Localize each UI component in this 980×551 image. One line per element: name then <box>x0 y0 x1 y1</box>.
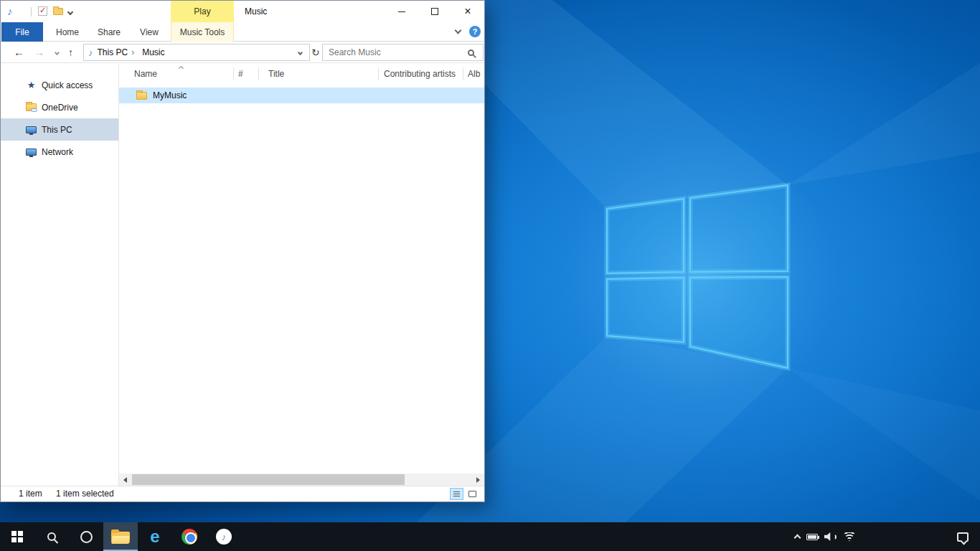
column-divider[interactable] <box>233 67 234 80</box>
title-bar[interactable]: ♪ Play Music × <box>1 1 484 22</box>
help-button[interactable]: ? <box>469 26 481 37</box>
file-list: Name # Title Contributing artists Alb My… <box>119 64 484 486</box>
view-toggle-buttons <box>450 488 479 500</box>
search-icon[interactable] <box>468 50 474 56</box>
details-view-icon <box>453 491 460 492</box>
logo-pane-top-right <box>690 185 788 272</box>
sidebar-item-quick-access[interactable]: ★ Quick access <box>1 74 118 96</box>
taskbar-internet-explorer-button[interactable]: e <box>138 522 172 551</box>
breadcrumb-this-pc[interactable]: This PC <box>98 47 128 57</box>
search-input[interactable] <box>323 47 468 57</box>
taskbar-chrome-button[interactable] <box>172 522 207 551</box>
sidebar-item-this-pc[interactable]: This PC <box>1 118 118 141</box>
file-row-mymusic[interactable]: MyMusic <box>119 88 484 103</box>
up-button[interactable]: ↑ <box>68 42 73 63</box>
start-button[interactable] <box>0 522 34 551</box>
column-header-album[interactable]: Alb <box>468 64 480 84</box>
contextual-tab-play[interactable]: Play <box>171 1 234 22</box>
windows-logo-icon <box>11 531 23 542</box>
column-divider[interactable] <box>378 67 379 80</box>
sidebar-item-label: This PC <box>42 125 72 135</box>
maximize-icon <box>431 8 438 15</box>
sidebar-item-network[interactable]: Network <box>1 141 118 163</box>
breadcrumb-music[interactable]: Music <box>142 47 164 57</box>
network-icon <box>25 149 37 156</box>
column-divider[interactable] <box>463 67 463 80</box>
column-header-contributing-artists[interactable]: Contributing artists <box>384 64 456 84</box>
sidebar-item-label: Network <box>42 147 73 157</box>
system-tray <box>795 522 856 551</box>
tab-share[interactable]: Share <box>91 22 127 42</box>
close-button[interactable]: × <box>451 1 484 22</box>
folder-icon <box>136 92 147 100</box>
sort-ascending-icon <box>179 66 184 71</box>
expand-ribbon-chevron-icon[interactable] <box>455 27 462 34</box>
refresh-button[interactable]: ↻ <box>311 42 320 63</box>
forward-button[interactable]: → <box>34 42 44 63</box>
customize-toolbar-chevron-icon[interactable] <box>67 9 73 15</box>
properties-icon[interactable] <box>38 6 47 16</box>
column-divider[interactable] <box>258 67 259 80</box>
address-music-icon: ♪ <box>88 47 93 58</box>
details-view-button[interactable] <box>450 488 463 500</box>
column-header-title[interactable]: Title <box>268 64 284 84</box>
maximize-button[interactable] <box>418 1 451 22</box>
close-icon: × <box>464 6 471 17</box>
window-title: Music <box>245 1 267 22</box>
tab-music-tools[interactable]: Music Tools <box>171 22 234 42</box>
action-center-button[interactable] <box>946 522 980 551</box>
cloud-icon <box>31 108 37 112</box>
search-icon <box>47 532 56 541</box>
column-header-row: Name # Title Contributing artists Alb <box>119 64 484 84</box>
file-explorer-icon <box>111 529 130 544</box>
scroll-left-icon <box>123 477 127 483</box>
file-menu-button[interactable]: File <box>1 22 43 42</box>
tab-home[interactable]: Home <box>50 22 85 42</box>
back-button[interactable]: ← <box>14 42 24 63</box>
tab-home-label: Home <box>56 27 79 37</box>
large-icons-view-icon <box>468 491 476 497</box>
window-controls: × <box>385 1 484 22</box>
computer-icon <box>25 126 37 133</box>
logo-pane-bottom-left <box>607 278 684 342</box>
minimize-icon <box>398 11 405 12</box>
help-icon: ? <box>473 27 478 36</box>
large-icons-view-button[interactable] <box>466 488 479 500</box>
sidebar-item-label: OneDrive <box>42 103 78 113</box>
star-icon: ★ <box>25 80 37 90</box>
address-dropdown-chevron-icon[interactable] <box>298 50 303 55</box>
recent-locations-chevron-icon[interactable] <box>55 50 60 55</box>
internet-explorer-icon: e <box>150 528 159 545</box>
address-bar[interactable]: ♪ This PC › Music <box>83 44 310 61</box>
item-count: 1 item <box>19 486 42 501</box>
new-folder-icon[interactable] <box>53 8 63 15</box>
minimize-button[interactable] <box>385 1 418 22</box>
scrollbar-thumb[interactable] <box>132 474 405 485</box>
column-header-number[interactable]: # <box>238 64 243 84</box>
music-note-icon: ♪ <box>7 5 13 18</box>
horizontal-scrollbar[interactable] <box>119 474 484 486</box>
logo-pane-top-left <box>607 199 684 273</box>
scroll-left-button[interactable] <box>119 474 131 486</box>
volume-icon[interactable] <box>824 532 837 541</box>
taskbar-search-button[interactable] <box>34 522 69 551</box>
sidebar-item-onedrive[interactable]: OneDrive <box>1 96 118 118</box>
selection-count: 1 item selected <box>56 486 114 501</box>
taskbar: e ♪ <box>0 522 980 551</box>
hidden-icons-chevron-icon[interactable] <box>794 534 801 542</box>
file-explorer-window: ♪ Play Music × File Home Share View Musi… <box>0 0 485 502</box>
cortana-button[interactable] <box>69 522 103 551</box>
action-center-icon <box>957 532 969 542</box>
network-wifi-icon[interactable] <box>843 532 856 542</box>
scroll-right-button[interactable] <box>472 474 484 486</box>
battery-icon[interactable] <box>806 534 818 540</box>
taskbar-itunes-button[interactable]: ♪ <box>207 522 241 551</box>
tab-music-tools-label: Music Tools <box>180 27 225 37</box>
contextual-tab-play-label: Play <box>194 6 210 17</box>
search-box[interactable] <box>322 44 484 61</box>
divider <box>31 7 32 17</box>
taskbar-file-explorer-button[interactable] <box>103 522 138 551</box>
column-header-name[interactable]: Name <box>134 64 157 84</box>
navigation-toolbar: ← → ↑ ♪ This PC › Music ↻ <box>1 42 484 63</box>
tab-view[interactable]: View <box>133 22 166 42</box>
